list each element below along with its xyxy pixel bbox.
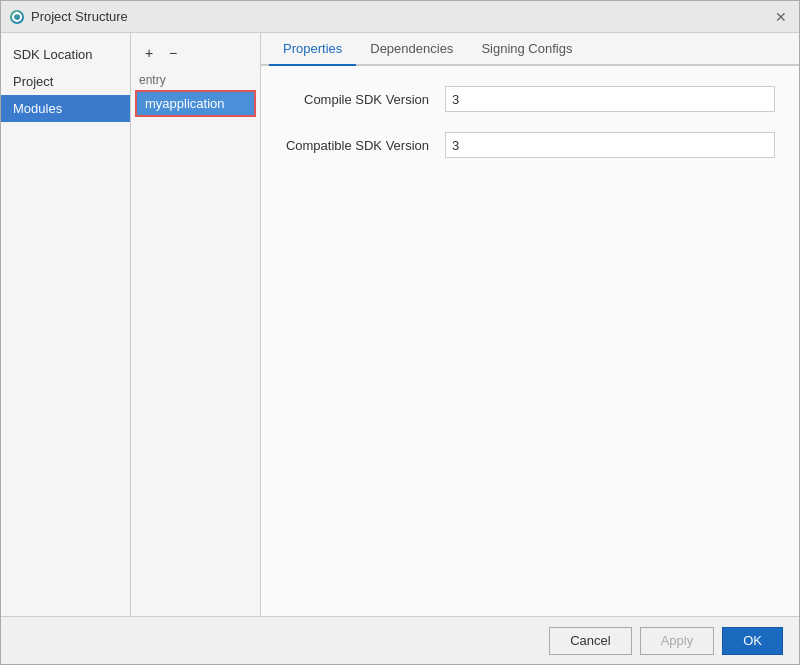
ok-button[interactable]: OK (722, 627, 783, 655)
compatible-sdk-label: Compatible SDK Version (285, 138, 445, 153)
nav-item-modules[interactable]: Modules (1, 95, 130, 122)
middle-panel: + − entry myapplication (131, 33, 261, 616)
tab-dependencies[interactable]: Dependencies (356, 33, 467, 66)
nav-item-sdk-location[interactable]: SDK Location (1, 41, 130, 68)
apply-button[interactable]: Apply (640, 627, 715, 655)
left-nav-panel: SDK Location Project Modules (1, 33, 131, 616)
project-structure-dialog: Project Structure ✕ SDK Location Project… (0, 0, 800, 665)
dialog-body: SDK Location Project Modules + − entry m… (1, 33, 799, 616)
properties-tab-content: Compile SDK Version Compatible SDK Versi… (261, 66, 799, 616)
compile-sdk-label: Compile SDK Version (285, 92, 445, 107)
tabs-bar: Properties Dependencies Signing Configs (261, 33, 799, 66)
tab-signing-configs[interactable]: Signing Configs (467, 33, 586, 66)
tab-properties[interactable]: Properties (269, 33, 356, 66)
nav-item-project[interactable]: Project (1, 68, 130, 95)
svg-point-2 (16, 11, 19, 14)
dialog-title: Project Structure (31, 9, 771, 24)
module-item-myapplication[interactable]: myapplication (135, 90, 256, 117)
compatible-sdk-input[interactable] (445, 132, 775, 158)
app-icon (9, 9, 25, 25)
dialog-footer: Cancel Apply OK (1, 616, 799, 664)
compatible-sdk-row: Compatible SDK Version (285, 132, 775, 158)
cancel-button[interactable]: Cancel (549, 627, 631, 655)
middle-toolbar: + − (131, 41, 260, 69)
right-panel: Properties Dependencies Signing Configs … (261, 33, 799, 616)
remove-module-button[interactable]: − (163, 43, 183, 63)
compile-sdk-input[interactable] (445, 86, 775, 112)
compile-sdk-row: Compile SDK Version (285, 86, 775, 112)
title-bar: Project Structure ✕ (1, 1, 799, 33)
module-group-label: entry (131, 69, 260, 89)
close-button[interactable]: ✕ (771, 7, 791, 27)
add-module-button[interactable]: + (139, 43, 159, 63)
